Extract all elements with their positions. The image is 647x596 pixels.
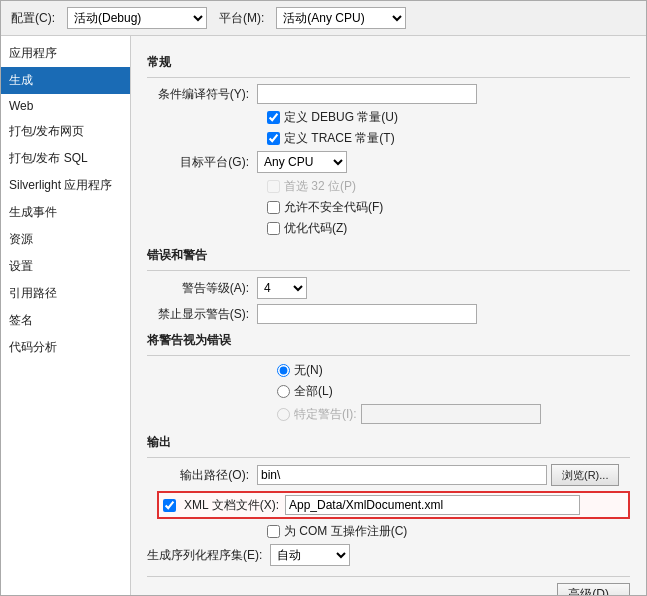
xml-doc-label: XML 文档文件(X): [180, 497, 285, 514]
warning-level-label: 警告等级(A): [147, 280, 257, 297]
output-path-input[interactable] [257, 465, 547, 485]
conditional-compilation-row: 条件编译符号(Y): [147, 84, 630, 104]
config-label: 配置(C): [11, 10, 55, 27]
define-trace-checkbox[interactable] [267, 132, 280, 145]
footer-row: 高级(D)... [147, 576, 630, 595]
radio-specific-row: 特定警告(I): [277, 404, 630, 424]
treat-warnings-title: 将警告视为错误 [147, 332, 630, 349]
com-register-row: 为 COM 互操作注册(C) [267, 523, 630, 540]
optimize-code-checkbox[interactable] [267, 222, 280, 235]
advanced-button[interactable]: 高级(D)... [557, 583, 630, 595]
browse-button[interactable]: 浏览(R)... [551, 464, 619, 486]
radio-none-label: 无(N) [294, 362, 323, 379]
target-platform-row: 目标平台(G): Any CPU [147, 151, 630, 173]
radio-all-label: 全部(L) [294, 383, 333, 400]
radio-all[interactable] [277, 385, 290, 398]
sidebar: 应用程序 生成 Web 打包/发布网页 打包/发布 SQL Silverligh… [1, 36, 131, 595]
errors-divider [147, 270, 630, 271]
com-register-label: 为 COM 互操作注册(C) [284, 523, 407, 540]
unsafe-code-checkbox[interactable] [267, 201, 280, 214]
sidebar-item-build-events[interactable]: 生成事件 [1, 199, 130, 226]
prefer32-label: 首选 32 位(P) [284, 178, 356, 195]
content-area: 常规 条件编译符号(Y): 定义 DEBUG 常量(U) 定义 TRACE 常量… [131, 36, 646, 595]
treat-warnings-divider [147, 355, 630, 356]
sidebar-item-build[interactable]: 生成 [1, 67, 130, 94]
output-path-label: 输出路径(O): [147, 467, 257, 484]
define-debug-label: 定义 DEBUG 常量(U) [284, 109, 398, 126]
platform-select[interactable]: 活动(Any CPU) [276, 7, 406, 29]
conditional-compilation-input[interactable] [257, 84, 477, 104]
specific-warning-input[interactable] [361, 404, 541, 424]
general-divider [147, 77, 630, 78]
errors-section-title: 错误和警告 [147, 247, 630, 264]
sidebar-item-publish-web[interactable]: 打包/发布网页 [1, 118, 130, 145]
unsafe-code-row: 允许不安全代码(F) [267, 199, 630, 216]
prefer32-row: 首选 32 位(P) [267, 178, 630, 195]
target-platform-select[interactable]: Any CPU [257, 151, 347, 173]
conditional-compilation-label: 条件编译符号(Y): [147, 86, 257, 103]
sidebar-item-silverlight[interactable]: Silverlight 应用程序 [1, 172, 130, 199]
sidebar-item-code-analysis[interactable]: 代码分析 [1, 334, 130, 361]
serialization-label: 生成序列化程序集(E): [147, 547, 270, 564]
serialization-select[interactable]: 自动 [270, 544, 350, 566]
serialization-row: 生成序列化程序集(E): 自动 [147, 544, 630, 566]
sidebar-item-publish-sql[interactable]: 打包/发布 SQL [1, 145, 130, 172]
platform-label: 平台(M): [219, 10, 264, 27]
sidebar-item-resources[interactable]: 资源 [1, 226, 130, 253]
xml-doc-highlighted-row: XML 文档文件(X): [157, 491, 630, 519]
main-layout: 应用程序 生成 Web 打包/发布网页 打包/发布 SQL Silverligh… [1, 36, 646, 595]
radio-none[interactable] [277, 364, 290, 377]
output-section-title: 输出 [147, 434, 630, 451]
radio-all-row: 全部(L) [277, 383, 630, 400]
unsafe-code-label: 允许不安全代码(F) [284, 199, 383, 216]
radio-none-row: 无(N) [277, 362, 630, 379]
suppress-warnings-label: 禁止显示警告(S): [147, 306, 257, 323]
define-trace-label: 定义 TRACE 常量(T) [284, 130, 395, 147]
xml-doc-input[interactable] [285, 495, 580, 515]
sidebar-item-signing[interactable]: 签名 [1, 307, 130, 334]
radio-specific-label: 特定警告(I): [294, 406, 357, 423]
main-window: 配置(C): 活动(Debug) 平台(M): 活动(Any CPU) 应用程序… [0, 0, 647, 596]
output-path-row: 输出路径(O): 浏览(R)... [147, 464, 630, 486]
sidebar-item-web[interactable]: Web [1, 94, 130, 118]
xml-doc-checkbox[interactable] [163, 499, 176, 512]
output-divider [147, 457, 630, 458]
optimize-code-row: 优化代码(Z) [267, 220, 630, 237]
suppress-warnings-row: 禁止显示警告(S): [147, 304, 630, 324]
sidebar-item-settings[interactable]: 设置 [1, 253, 130, 280]
define-debug-row: 定义 DEBUG 常量(U) [267, 109, 630, 126]
radio-specific[interactable] [277, 408, 290, 421]
general-section-title: 常规 [147, 54, 630, 71]
com-register-checkbox[interactable] [267, 525, 280, 538]
prefer32-checkbox[interactable] [267, 180, 280, 193]
define-trace-row: 定义 TRACE 常量(T) [267, 130, 630, 147]
warning-level-row: 警告等级(A): 4 [147, 277, 630, 299]
sidebar-item-reference-paths[interactable]: 引用路径 [1, 280, 130, 307]
suppress-warnings-input[interactable] [257, 304, 477, 324]
optimize-code-label: 优化代码(Z) [284, 220, 347, 237]
warning-level-select[interactable]: 4 [257, 277, 307, 299]
target-platform-label: 目标平台(G): [147, 154, 257, 171]
config-select[interactable]: 活动(Debug) [67, 7, 207, 29]
define-debug-checkbox[interactable] [267, 111, 280, 124]
top-bar: 配置(C): 活动(Debug) 平台(M): 活动(Any CPU) [1, 1, 646, 36]
sidebar-item-app[interactable]: 应用程序 [1, 40, 130, 67]
